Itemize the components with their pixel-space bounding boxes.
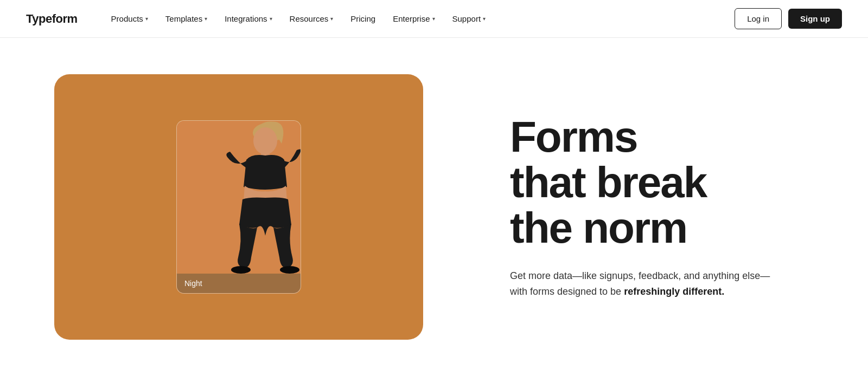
nav-resources-label: Resources <box>290 14 329 23</box>
svg-point-3 <box>231 266 251 274</box>
hero-product-card-label: Night <box>177 274 301 293</box>
nav-support-label: Support <box>452 14 481 23</box>
brand-logo[interactable]: Typeform <box>26 12 78 26</box>
hero-headline: Forms that break the norm <box>510 114 825 251</box>
person-illustration <box>211 121 301 274</box>
chevron-down-icon: ▾ <box>330 16 333 22</box>
nav-actions: Log in Sign up <box>735 8 842 29</box>
navbar: Typeform Products ▾ Templates ▾ Integrat… <box>0 0 868 38</box>
nav-products-label: Products <box>111 14 143 23</box>
nav-item-enterprise[interactable]: Enterprise ▾ <box>385 10 442 28</box>
hero-product-image <box>177 121 301 274</box>
hero-card-background: Night <box>54 74 423 340</box>
nav-item-support[interactable]: Support ▾ <box>445 10 494 28</box>
nav-links: Products ▾ Templates ▾ Integrations ▾ Re… <box>104 10 735 28</box>
hero-headline-line2: that break <box>510 158 706 206</box>
hero-product-card: Night <box>176 120 301 294</box>
nav-enterprise-label: Enterprise <box>393 14 430 23</box>
chevron-down-icon: ▾ <box>270 16 272 22</box>
nav-item-integrations[interactable]: Integrations ▾ <box>217 10 279 28</box>
nav-templates-label: Templates <box>165 14 202 23</box>
nav-pricing-label: Pricing <box>350 14 375 23</box>
hero-subtext-bold: refreshingly different. <box>624 286 724 297</box>
nav-item-resources[interactable]: Resources ▾ <box>282 10 341 28</box>
login-button[interactable]: Log in <box>735 8 782 29</box>
nav-integrations-label: Integrations <box>225 14 267 23</box>
hero-headline-line1: Forms <box>510 113 637 161</box>
signup-button[interactable]: Sign up <box>788 9 842 29</box>
svg-point-1 <box>253 127 277 154</box>
hero-visual: Night <box>0 38 477 376</box>
chevron-down-icon: ▾ <box>432 16 435 22</box>
hero-section: Night Forms that break the norm Get more… <box>0 38 868 376</box>
hero-subtext: Get more data—like signups, feedback, an… <box>510 268 770 300</box>
nav-item-products[interactable]: Products ▾ <box>104 10 156 28</box>
chevron-down-icon: ▾ <box>145 16 148 22</box>
chevron-down-icon: ▾ <box>483 16 486 22</box>
hero-headline-line3: the norm <box>510 204 687 252</box>
chevron-down-icon: ▾ <box>205 16 207 22</box>
nav-item-pricing[interactable]: Pricing <box>343 10 383 28</box>
svg-point-4 <box>280 266 299 274</box>
hero-content: Forms that break the norm Get more data—… <box>477 114 868 300</box>
nav-item-templates[interactable]: Templates ▾ <box>158 10 215 28</box>
